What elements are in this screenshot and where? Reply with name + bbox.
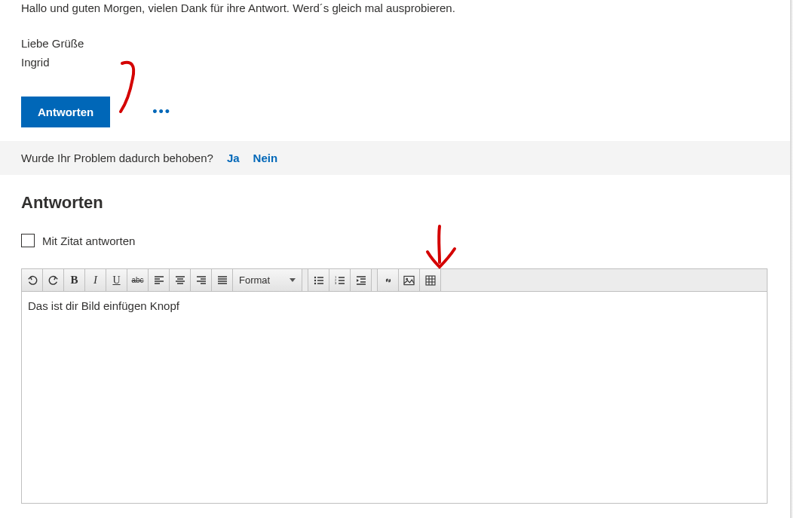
feedback-question: Wurde Ihr Problem dadurch behoben? [21,152,213,164]
reply-button[interactable]: Antworten [21,97,110,127]
redo-button[interactable] [43,269,64,291]
editor-textarea[interactable]: Das ist dir Bild einfügen Knopf [22,292,767,503]
align-justify-button[interactable] [212,269,233,291]
editor-toolbar: B I U abc [22,269,767,292]
quote-reply-label: Mit Zitat antworten [42,234,135,247]
reply-heading: Antworten [21,193,769,213]
image-button[interactable] [399,269,420,291]
svg-rect-8 [426,276,435,285]
editor-content: Das ist dir Bild einfügen Knopf [28,299,179,312]
svg-point-0 [314,276,315,277]
feedback-no-link[interactable]: Nein [253,152,278,164]
indent-button[interactable] [351,269,372,291]
italic-button[interactable]: I [85,269,106,291]
strikethrough-button[interactable]: abc [127,269,149,291]
message-signature: Ingrid [21,54,769,72]
underline-button[interactable]: U [106,269,127,291]
more-actions-button[interactable]: ••• [146,100,177,124]
table-button[interactable] [420,269,441,291]
numbered-list-button[interactable]: 123 [329,269,351,291]
bold-button[interactable]: B [64,269,85,291]
bullet-list-button[interactable] [308,269,329,291]
link-button[interactable] [378,269,399,291]
rich-text-editor: B I U abc [21,268,768,504]
feedback-yes-link[interactable]: Ja [227,152,240,164]
svg-point-7 [406,277,408,280]
svg-text:3: 3 [335,281,337,285]
align-center-button[interactable] [170,269,191,291]
undo-button[interactable] [22,269,43,291]
align-left-button[interactable] [149,269,170,291]
svg-point-1 [314,279,315,280]
chevron-down-icon [290,278,296,282]
svg-point-2 [314,282,315,284]
message-closing: Liebe Grüße [21,35,769,53]
format-select[interactable]: Format [233,269,302,291]
format-select-label: Format [239,274,270,286]
message-greeting: Hallo und guten Morgen, vielen Dank für … [21,0,769,17]
quote-reply-checkbox[interactable] [21,234,35,247]
align-right-button[interactable] [191,269,212,291]
